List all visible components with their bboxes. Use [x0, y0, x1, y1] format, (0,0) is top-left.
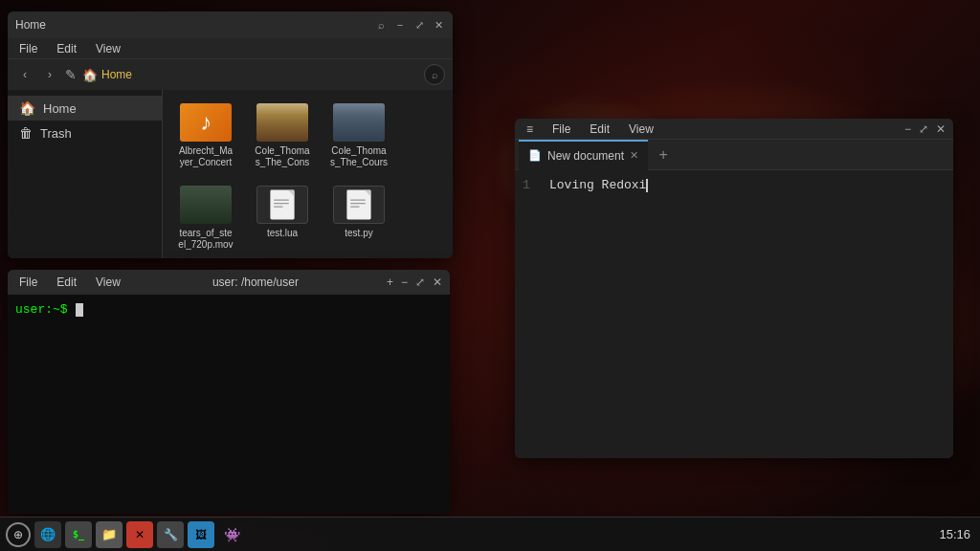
- painting1-image: [256, 103, 308, 142]
- trash-icon: 🗑: [19, 125, 33, 141]
- line-number-1: 1: [523, 178, 538, 192]
- window-controls: ⌕ − ⤢ ✕: [374, 18, 445, 32]
- menu-edit[interactable]: Edit: [53, 40, 80, 57]
- photos-taskbar-icon[interactable]: 🖼: [188, 521, 214, 548]
- python-filename: test.py: [345, 228, 372, 239]
- minimize-button[interactable]: −: [393, 18, 407, 32]
- editor-menu-hamburger[interactable]: ≡: [523, 121, 537, 138]
- sidebar-item-home[interactable]: 🏠 Home: [8, 96, 162, 121]
- terminal-new-tab[interactable]: +: [387, 276, 393, 289]
- video-filename: tears_of_steel_720p.mov: [178, 228, 233, 251]
- editor-close[interactable]: ✕: [936, 122, 946, 136]
- line-content-1: Loving Redoxi: [549, 178, 648, 192]
- menu-file[interactable]: File: [15, 40, 41, 57]
- painting1-thumb: [256, 103, 308, 142]
- file-manager-menubar: File Edit View: [8, 38, 453, 59]
- sidebar-label-home: Home: [43, 101, 77, 116]
- address-label: Home: [101, 68, 132, 81]
- back-button[interactable]: ‹: [15, 65, 34, 84]
- file-manager-sidebar: 🏠 Home 🗑 Trash: [8, 90, 163, 258]
- files-taskbar-icon[interactable]: 📁: [96, 521, 122, 548]
- menu-view[interactable]: View: [92, 40, 124, 57]
- search-button[interactable]: ⌕: [374, 18, 388, 32]
- file-manager-window: Home ⌕ − ⤢ ✕ File Edit View ‹ › ✎ 🏠 Home…: [8, 11, 453, 258]
- file-item-lua[interactable]: test.lua: [249, 182, 316, 254]
- editor-cursor: [646, 179, 648, 192]
- terminal-window: File Edit View user: /home/user + − ⤢ ✕ …: [8, 270, 450, 514]
- file-manager-content: ♪ Albrecht_Mayer_Concert Cole_Thomas_The…: [163, 90, 453, 258]
- terminal-minimize[interactable]: −: [401, 276, 408, 289]
- file-item-video[interactable]: tears_of_steel_720p.mov: [172, 182, 239, 254]
- home-address-icon: 🏠: [82, 68, 98, 82]
- file-item-painting2[interactable]: Cole_Thomas_The_Cours: [325, 99, 392, 172]
- python-thumb: [333, 186, 385, 224]
- music-filename: Albrecht_Mayer_Concert: [179, 145, 233, 168]
- lua-filename: test.lua: [267, 228, 298, 239]
- painting2-filename: Cole_Thomas_The_Cours: [330, 145, 388, 168]
- terminal-taskbar-icon[interactable]: $_: [65, 521, 92, 548]
- terminal-body[interactable]: user:~$: [8, 295, 450, 514]
- game-taskbar-icon[interactable]: 👾: [218, 521, 245, 548]
- editor-tab-new-document[interactable]: 📄 New document ✕: [519, 140, 648, 170]
- editor-minimize[interactable]: −: [904, 122, 911, 136]
- search-button-toolbar[interactable]: ⌕: [424, 64, 445, 85]
- edit-path-button[interactable]: ✎: [65, 67, 77, 82]
- terminal-titlebar: File Edit View user: /home/user + − ⤢ ✕: [8, 270, 450, 295]
- file-manager-toolbar: ‹ › ✎ 🏠 Home ⌕: [8, 59, 453, 90]
- address-bar[interactable]: 🏠 Home: [82, 68, 132, 82]
- new-tab-button[interactable]: +: [652, 143, 675, 166]
- terminal-menubar: File Edit View: [15, 274, 124, 291]
- text-editor-window: ≡ File Edit View − ⤢ ✕ 📄 New document ✕ …: [515, 119, 953, 458]
- file-manager-title: Home: [15, 18, 46, 32]
- home-icon: 🏠: [19, 100, 35, 116]
- sidebar-item-trash[interactable]: 🗑 Trash: [8, 121, 162, 145]
- terminal-maximize[interactable]: ⤢: [415, 276, 425, 289]
- file-manager-titlebar: Home ⌕ − ⤢ ✕: [8, 11, 453, 38]
- video-image: [180, 186, 232, 224]
- settings-taskbar-icon[interactable]: 🔧: [157, 521, 184, 548]
- taskbar-apps: ⊕ 🌐 $_ 📁 ✕ 🔧 🖼 👾: [0, 521, 245, 548]
- editor-menu-view[interactable]: View: [625, 121, 657, 138]
- terminal-cursor: [76, 303, 83, 317]
- editor-body[interactable]: 1 Loving Redoxi: [515, 170, 953, 458]
- forward-button[interactable]: ›: [40, 65, 59, 84]
- tab-close-icon[interactable]: ✕: [630, 149, 638, 162]
- editor-tabs: 📄 New document ✕ +: [515, 140, 953, 170]
- file-manager-body: 🏠 Home 🗑 Trash ♪ Albrecht_Mayer_Concert: [8, 90, 453, 258]
- painting2-thumb: [333, 103, 385, 142]
- music-thumb: ♪: [180, 103, 232, 142]
- editor-line-1: 1 Loving Redoxi: [523, 178, 946, 192]
- painting2-image: [333, 103, 385, 142]
- taskbar-clock: 15:16: [939, 527, 980, 541]
- editor-menubar: ≡ File Edit View − ⤢ ✕: [515, 119, 953, 140]
- line-text-1: Loving Redoxi: [549, 178, 646, 192]
- file-item-python[interactable]: test.py: [325, 182, 392, 254]
- terminal-controls: + − ⤢ ✕: [387, 276, 442, 289]
- editor-menu-edit[interactable]: Edit: [586, 121, 613, 138]
- file-item-music[interactable]: ♪ Albrecht_Mayer_Concert: [172, 99, 239, 172]
- clock-display: 15:16: [939, 527, 970, 541]
- terminal-menu-view[interactable]: View: [92, 274, 124, 291]
- tab-label: New document: [547, 149, 624, 163]
- terminal-close[interactable]: ✕: [433, 276, 442, 289]
- taskbar: ⊕ 🌐 $_ 📁 ✕ 🔧 🖼 👾 15:16: [0, 517, 980, 551]
- prompt-text: user:~$: [15, 302, 68, 317]
- browser-icon[interactable]: 🌐: [34, 521, 61, 548]
- editor-maximize[interactable]: ⤢: [919, 122, 928, 136]
- editor-window-controls: − ⤢ ✕: [904, 122, 946, 136]
- lua-thumb: [256, 186, 308, 224]
- text-editor-taskbar-icon[interactable]: ✕: [126, 521, 153, 548]
- terminal-menu-edit[interactable]: Edit: [53, 274, 80, 291]
- system-icon[interactable]: ⊕: [6, 522, 31, 547]
- music-note-icon: ♪: [200, 109, 212, 136]
- painting1-filename: Cole_Thomas_The_Cons: [255, 145, 309, 168]
- video-thumb: [180, 186, 232, 224]
- terminal-menu-file[interactable]: File: [15, 274, 41, 291]
- file-item-painting1[interactable]: Cole_Thomas_The_Cons: [249, 99, 316, 172]
- sidebar-label-trash: Trash: [40, 126, 72, 141]
- tab-doc-icon: 📄: [528, 149, 542, 162]
- lua-doc-icon: [270, 190, 294, 220]
- maximize-button[interactable]: ⤢: [412, 18, 426, 32]
- close-button[interactable]: ✕: [432, 18, 445, 32]
- editor-menu-file[interactable]: File: [548, 121, 574, 138]
